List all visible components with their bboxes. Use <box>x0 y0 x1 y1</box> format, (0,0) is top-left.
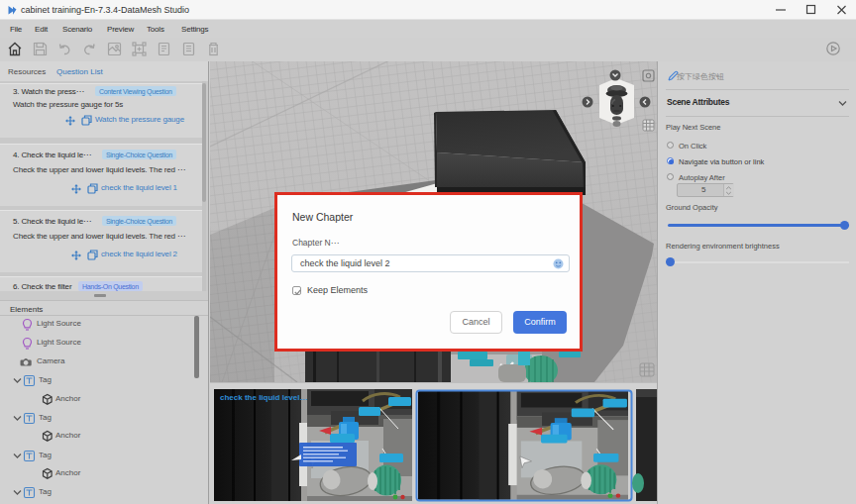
svg-text:check the liquid level…: check the liquid level… <box>220 393 307 402</box>
